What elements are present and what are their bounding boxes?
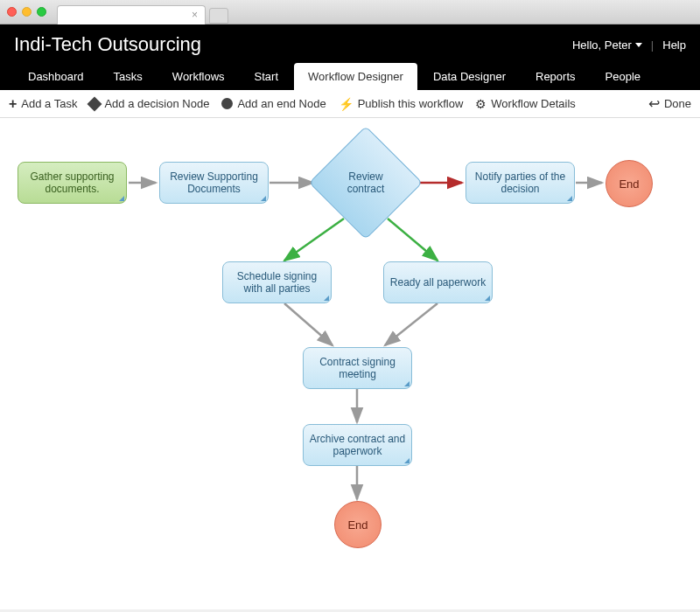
nav-workflow-designer[interactable]: Workflow Designer <box>294 63 417 90</box>
node-schedule-signing[interactable]: Schedule signing with all parties <box>222 261 332 303</box>
bolt-icon: ⚡ <box>339 97 354 111</box>
details-button[interactable]: ⚙ Workflow Details <box>475 97 576 111</box>
new-tab-button[interactable] <box>209 8 228 24</box>
nav-workflows[interactable]: Workflows <box>158 63 239 90</box>
node-review-contract-decision[interactable]: Review contract <box>309 126 423 240</box>
node-ready-paperwork[interactable]: Ready all paperwork <box>383 261 493 303</box>
publish-button[interactable]: ⚡ Publish this workflow <box>339 97 464 111</box>
window-controls <box>7 7 46 17</box>
maximize-window-button[interactable] <box>37 7 46 17</box>
node-label: End <box>347 518 368 532</box>
node-label: Gather supporting documents. <box>24 170 121 195</box>
back-arrow-icon: ↩ <box>648 95 660 112</box>
done-button[interactable]: ↩ Done <box>648 95 691 112</box>
plus-icon: + <box>9 96 17 112</box>
diamond-icon <box>88 96 102 111</box>
close-window-button[interactable] <box>7 7 17 17</box>
browser-chrome: × <box>0 0 700 24</box>
node-label: Schedule signing with all parties <box>228 270 326 295</box>
main-nav: Dashboard Tasks Workflows Start Workflow… <box>14 63 686 90</box>
nav-dashboard[interactable]: Dashboard <box>14 63 98 90</box>
node-signing-meeting[interactable]: Contract signing meeting <box>303 347 412 389</box>
circle-icon <box>221 98 233 109</box>
svg-line-7 <box>385 303 438 345</box>
node-notify-parties[interactable]: Notify parties of the decision <box>466 162 575 204</box>
add-decision-button[interactable]: Add a decision Node <box>89 97 209 110</box>
chevron-down-icon <box>635 43 642 47</box>
svg-line-5 <box>388 219 438 261</box>
workflow-canvas[interactable]: Gather supporting documents. Review Supp… <box>0 118 700 609</box>
node-label: Notify parties of the decision <box>472 170 569 195</box>
node-label: Review contract <box>332 170 400 195</box>
nav-data-designer[interactable]: Data Designer <box>419 63 520 90</box>
add-end-button[interactable]: Add an end Node <box>221 97 326 110</box>
done-label: Done <box>664 97 691 110</box>
nav-tasks[interactable]: Tasks <box>100 63 157 90</box>
divider: | <box>651 38 654 52</box>
node-label: End <box>619 177 639 191</box>
node-label: Review Supporting Documents <box>165 170 262 195</box>
gear-icon: ⚙ <box>475 97 486 111</box>
add-task-button[interactable]: + Add a Task <box>9 96 77 112</box>
add-decision-label: Add a decision Node <box>104 97 209 110</box>
publish-label: Publish this workflow <box>358 97 464 110</box>
node-label: Ready all paperwork <box>390 276 486 289</box>
node-label: Contract signing meeting <box>309 356 406 380</box>
minimize-window-button[interactable] <box>22 7 32 17</box>
node-archive[interactable]: Archive contract and paperwork <box>303 424 412 466</box>
node-end-bottom[interactable]: End <box>334 501 382 548</box>
app-title: Indi-Tech Outsourcing <box>14 33 201 56</box>
greeting-text: Hello, Peter <box>572 38 632 52</box>
svg-line-4 <box>284 219 344 261</box>
nav-start[interactable]: Start <box>241 63 292 90</box>
browser-tab[interactable]: × <box>57 5 206 24</box>
svg-line-6 <box>284 303 332 345</box>
details-label: Workflow Details <box>491 97 576 110</box>
nav-reports[interactable]: Reports <box>522 63 590 90</box>
node-review-docs[interactable]: Review Supporting Documents <box>159 162 269 204</box>
app-header: Indi-Tech Outsourcing Hello, Peter | Hel… <box>0 24 700 90</box>
help-link[interactable]: Help <box>662 38 686 52</box>
close-tab-icon[interactable]: × <box>192 9 198 21</box>
user-menu[interactable]: Hello, Peter <box>572 38 642 52</box>
node-label: Archive contract and paperwork <box>309 433 406 457</box>
add-end-label: Add an end Node <box>237 97 326 110</box>
node-end-top[interactable]: End <box>606 160 653 207</box>
designer-toolbar: + Add a Task Add a decision Node Add an … <box>0 90 700 118</box>
nav-people[interactable]: People <box>592 63 654 90</box>
node-gather-documents[interactable]: Gather supporting documents. <box>18 162 127 204</box>
add-task-label: Add a Task <box>21 97 77 110</box>
